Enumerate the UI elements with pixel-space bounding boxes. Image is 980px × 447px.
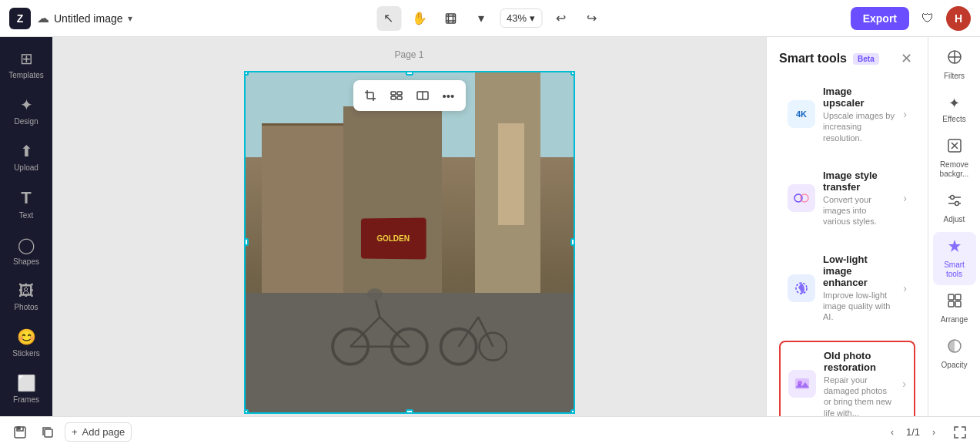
style-transfer-name: Image style transfer <box>823 170 895 193</box>
svg-point-34 <box>955 202 958 206</box>
style-transfer-info: Image style transfer Convert your images… <box>823 170 895 227</box>
handle-top-middle[interactable] <box>406 71 413 76</box>
handle-top-right[interactable] <box>570 71 575 76</box>
rtool-arrange[interactable]: Arrange <box>933 287 976 331</box>
tower <box>498 123 524 225</box>
redo-button[interactable]: ↪ <box>579 6 604 31</box>
main-layout: ⊞ Templates ✦ Design ⬆ Upload T Text ◯ S… <box>0 37 980 416</box>
sidebar-item-photos[interactable]: 🖼 Photos <box>5 276 48 318</box>
frame-tool-button[interactable] <box>438 6 463 31</box>
upload-icon: ⬆ <box>20 142 33 160</box>
sidebar-item-shapes[interactable]: ◯ Shapes <box>5 230 48 273</box>
prev-page-button[interactable]: ‹ <box>883 423 901 442</box>
handle-bottom-middle[interactable] <box>406 409 413 414</box>
canvas-area[interactable]: Page 1 ••• <box>52 37 766 416</box>
rtool-remove-bg[interactable]: Remove backgr... <box>933 132 976 185</box>
crop-button[interactable] <box>358 83 383 108</box>
filters-label: Filters <box>944 72 965 81</box>
rtool-adjust[interactable]: Adjust <box>933 187 976 230</box>
sidebar-item-frames[interactable]: ⬜ Frames <box>5 368 48 411</box>
sidebar-item-design[interactable]: ✦ Design <box>5 89 48 133</box>
title-chevron-icon[interactable]: ▾ <box>128 13 132 24</box>
handle-top-left[interactable] <box>244 71 249 76</box>
svg-rect-8 <box>397 96 402 99</box>
add-page-label: Add page <box>82 426 125 438</box>
shield-icon-button[interactable]: 🛡 <box>915 6 940 31</box>
fullscreen-button[interactable] <box>949 422 971 443</box>
rtool-smart-tools[interactable]: Smart tools <box>933 232 976 285</box>
sidebar-item-templates[interactable]: ⊞ Templates <box>5 43 48 86</box>
svg-line-14 <box>380 317 409 346</box>
svg-rect-35 <box>948 294 954 300</box>
text-icon: T <box>21 188 31 208</box>
next-page-button[interactable]: › <box>925 423 943 442</box>
building-1 <box>262 123 344 294</box>
low-light-icon <box>788 274 815 302</box>
opacity-label: Opacity <box>942 361 968 370</box>
zoom-control[interactable]: 43% ▾ <box>500 8 542 28</box>
old-photo-name: Old photo restoration <box>824 350 895 373</box>
remove-bg-label: Remove backgr... <box>936 160 973 179</box>
undo-button[interactable]: ↩ <box>548 6 573 31</box>
zoom-chevron-icon: ▾ <box>530 12 535 24</box>
svg-line-16 <box>375 297 380 318</box>
svg-rect-7 <box>391 96 396 99</box>
export-button[interactable]: Export <box>851 7 909 30</box>
chevron-down-icon[interactable]: ▾ <box>469 6 493 31</box>
user-avatar[interactable]: H <box>946 6 971 31</box>
effects-icon: ✦ <box>948 95 960 112</box>
left-sidebar: ⊞ Templates ✦ Design ⬆ Upload T Text ◯ S… <box>0 37 52 416</box>
sidebar-item-text[interactable]: T Text <box>5 182 48 227</box>
more-options-button[interactable]: ••• <box>436 83 461 108</box>
canvas-image[interactable]: GOLDEN <box>244 71 575 414</box>
effects-label: Effects <box>942 115 965 124</box>
arrange-icon <box>947 293 962 312</box>
frames-icon: ⬜ <box>17 374 36 392</box>
style-transfer-desc: Convert your images into various styles. <box>823 194 895 227</box>
panel-header: Smart tools Beta ✕ <box>779 49 915 68</box>
sidebar-item-stickers[interactable]: 😊 Stickers <box>5 321 48 365</box>
flip-button[interactable] <box>410 83 435 108</box>
rtool-opacity[interactable]: Opacity <box>933 332 976 376</box>
low-light-desc: Improve low-light image quality with AI. <box>823 290 895 323</box>
bottom-bar: + Add page ‹ 1/1 › <box>0 416 980 447</box>
rtool-effects[interactable]: ✦ Effects <box>933 89 976 130</box>
hand-tool-button[interactable]: ✋ <box>407 6 432 31</box>
add-page-icon: + <box>72 426 78 438</box>
duplicate-button[interactable] <box>37 422 59 443</box>
right-tools-sidebar: Filters ✦ Effects Remove backgr... <box>928 37 980 416</box>
smart-tool-old-photo[interactable]: Old photo restoration Repair your damage… <box>779 341 915 416</box>
svg-rect-37 <box>948 301 954 307</box>
svg-point-18 <box>440 329 476 365</box>
save-to-device-button[interactable] <box>9 422 31 443</box>
photos-icon: 🖼 <box>18 282 34 300</box>
smart-tool-style-transfer[interactable]: Image style transfer Convert your images… <box>779 161 915 236</box>
rtool-filters[interactable]: Filters <box>933 43 976 87</box>
chevron-right-icon: › <box>903 108 907 120</box>
handle-bottom-right[interactable] <box>570 409 575 414</box>
zoom-value: 43% <box>507 12 527 24</box>
align-button[interactable] <box>384 83 409 108</box>
cursor-tool-button[interactable]: ↖ <box>376 6 401 31</box>
handle-middle-right[interactable] <box>570 238 575 246</box>
chevron-right-icon-3: › <box>903 282 907 294</box>
building-3 <box>343 106 442 294</box>
add-page-button[interactable]: + Add page <box>65 422 132 442</box>
app-logo: Z <box>9 8 31 29</box>
panel-close-button[interactable]: ✕ <box>897 49 915 68</box>
canvas-image-container[interactable]: GOLDEN <box>244 71 575 414</box>
old-photo-desc: Repair your damaged photos or bring them… <box>824 375 895 416</box>
design-icon: ✦ <box>20 96 33 114</box>
page-navigation: ‹ 1/1 › <box>883 423 943 442</box>
handle-middle-left[interactable] <box>244 238 249 246</box>
svg-rect-36 <box>955 294 961 300</box>
low-light-info: Low-light image enhancer Improve low-lig… <box>823 254 895 323</box>
svg-point-17 <box>367 288 383 300</box>
sidebar-item-upload[interactable]: ⬆ Upload <box>5 136 48 179</box>
templates-icon: ⊞ <box>20 49 33 68</box>
arrange-label: Arrange <box>941 315 968 324</box>
smart-tool-image-upscaler[interactable]: 4K Image upscaler Upscale images by incr… <box>779 77 915 152</box>
handle-bottom-left[interactable] <box>244 409 249 414</box>
cloud-icon: ☁ <box>37 11 49 25</box>
smart-tool-low-light[interactable]: Low-light image enhancer Improve low-lig… <box>779 245 915 331</box>
